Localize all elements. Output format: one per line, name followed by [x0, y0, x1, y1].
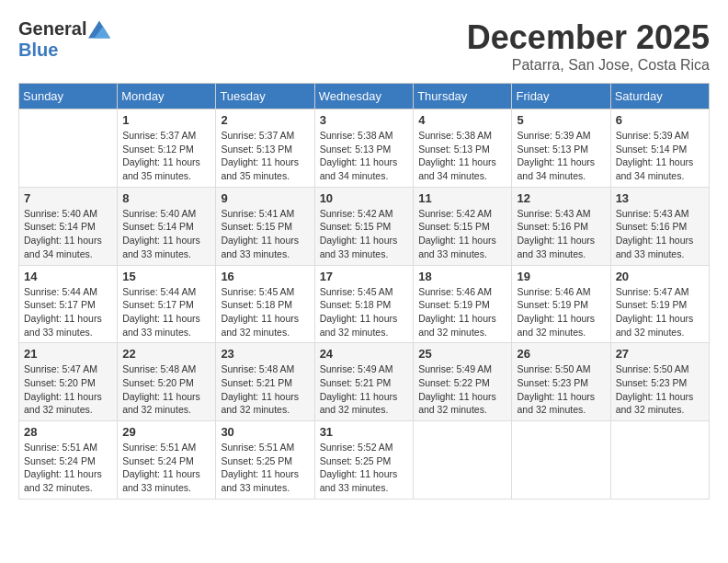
day-number: 20 [616, 270, 704, 283]
calendar-cell [512, 421, 610, 500]
calendar-cell: 5 Sunrise: 5:39 AMSunset: 5:13 PMDayligh… [512, 109, 610, 188]
day-number: 3 [320, 113, 409, 127]
calendar-cell: 3 Sunrise: 5:38 AMSunset: 5:13 PMDayligh… [314, 109, 414, 188]
calendar-cell: 31 Sunrise: 5:52 AMSunset: 5:25 PMDaylig… [314, 421, 414, 500]
calendar-cell: 14 Sunrise: 5:44 AMSunset: 5:17 PMDaylig… [19, 265, 118, 343]
calendar-cell: 21 Sunrise: 5:47 AMSunset: 5:20 PMDaylig… [19, 343, 118, 421]
day-info: Sunrise: 5:44 AMSunset: 5:17 PMDaylight:… [122, 285, 210, 339]
calendar-cell: 2 Sunrise: 5:37 AMSunset: 5:13 PMDayligh… [216, 109, 314, 188]
logo-blue-text: Blue [18, 40, 58, 61]
day-number: 1 [122, 113, 210, 127]
day-info: Sunrise: 5:48 AMSunset: 5:21 PMDaylight:… [221, 362, 309, 417]
calendar-cell: 20 Sunrise: 5:47 AMSunset: 5:19 PMDaylig… [610, 265, 709, 343]
day-info: Sunrise: 5:41 AMSunset: 5:15 PMDaylight:… [221, 207, 309, 261]
day-number: 2 [221, 113, 309, 127]
day-number: 10 [320, 191, 409, 205]
day-info: Sunrise: 5:51 AMSunset: 5:24 PMDaylight:… [122, 441, 210, 495]
calendar-cell [19, 109, 118, 188]
calendar-cell: 26 Sunrise: 5:50 AMSunset: 5:23 PMDaylig… [512, 343, 610, 421]
day-info: Sunrise: 5:50 AMSunset: 5:23 PMDaylight:… [517, 362, 605, 417]
calendar-cell: 15 Sunrise: 5:44 AMSunset: 5:17 PMDaylig… [118, 265, 216, 343]
calendar-cell: 30 Sunrise: 5:51 AMSunset: 5:25 PMDaylig… [216, 421, 314, 500]
day-info: Sunrise: 5:45 AMSunset: 5:18 PMDaylight:… [221, 285, 309, 339]
day-info: Sunrise: 5:51 AMSunset: 5:24 PMDaylight:… [24, 441, 112, 495]
logo: General Blue [18, 18, 110, 61]
day-number: 29 [122, 425, 210, 439]
day-number: 18 [418, 270, 506, 283]
calendar-cell: 22 Sunrise: 5:48 AMSunset: 5:20 PMDaylig… [118, 343, 216, 421]
weekday-header: Sunday [19, 84, 118, 109]
day-number: 25 [418, 347, 506, 361]
weekday-header: Monday [118, 84, 216, 109]
day-info: Sunrise: 5:37 AMSunset: 5:13 PMDaylight:… [221, 129, 309, 183]
day-number: 19 [517, 270, 605, 283]
weekday-header: Tuesday [216, 84, 314, 109]
day-info: Sunrise: 5:39 AMSunset: 5:13 PMDaylight:… [517, 129, 605, 183]
weekday-header: Friday [512, 84, 610, 109]
calendar-cell: 10 Sunrise: 5:42 AMSunset: 5:15 PMDaylig… [314, 187, 414, 265]
day-number: 21 [24, 347, 112, 361]
day-info: Sunrise: 5:38 AMSunset: 5:13 PMDaylight:… [320, 129, 409, 183]
calendar-cell: 28 Sunrise: 5:51 AMSunset: 5:24 PMDaylig… [19, 421, 118, 500]
day-number: 31 [320, 425, 409, 439]
day-number: 8 [122, 191, 210, 205]
day-number: 14 [24, 270, 112, 283]
calendar-cell: 18 Sunrise: 5:46 AMSunset: 5:19 PMDaylig… [414, 265, 512, 343]
calendar-cell: 1 Sunrise: 5:37 AMSunset: 5:12 PMDayligh… [118, 109, 216, 188]
day-info: Sunrise: 5:47 AMSunset: 5:19 PMDaylight:… [616, 285, 704, 339]
day-info: Sunrise: 5:43 AMSunset: 5:16 PMDaylight:… [517, 207, 605, 261]
weekday-header: Wednesday [314, 84, 414, 109]
day-info: Sunrise: 5:42 AMSunset: 5:15 PMDaylight:… [320, 207, 409, 261]
day-info: Sunrise: 5:42 AMSunset: 5:15 PMDaylight:… [418, 207, 506, 261]
day-info: Sunrise: 5:40 AMSunset: 5:14 PMDaylight:… [122, 207, 210, 261]
day-number: 13 [616, 191, 704, 205]
day-number: 26 [517, 347, 605, 361]
calendar-cell: 8 Sunrise: 5:40 AMSunset: 5:14 PMDayligh… [118, 187, 216, 265]
day-info: Sunrise: 5:47 AMSunset: 5:20 PMDaylight:… [24, 362, 112, 417]
day-info: Sunrise: 5:43 AMSunset: 5:16 PMDaylight:… [616, 207, 704, 261]
calendar-cell: 19 Sunrise: 5:46 AMSunset: 5:19 PMDaylig… [512, 265, 610, 343]
day-number: 30 [221, 425, 309, 439]
title-section: December 2025 Patarra, San Jose, Costa R… [467, 18, 710, 74]
day-number: 4 [418, 113, 506, 127]
calendar-week-row: 21 Sunrise: 5:47 AMSunset: 5:20 PMDaylig… [19, 343, 710, 421]
day-info: Sunrise: 5:48 AMSunset: 5:20 PMDaylight:… [122, 362, 210, 417]
calendar-week-row: 28 Sunrise: 5:51 AMSunset: 5:24 PMDaylig… [19, 421, 710, 500]
day-number: 24 [320, 347, 409, 361]
day-info: Sunrise: 5:49 AMSunset: 5:22 PMDaylight:… [418, 362, 506, 417]
day-number: 28 [24, 425, 112, 439]
day-number: 22 [122, 347, 210, 361]
weekday-header: Saturday [610, 84, 709, 109]
day-info: Sunrise: 5:46 AMSunset: 5:19 PMDaylight:… [517, 285, 605, 339]
day-info: Sunrise: 5:45 AMSunset: 5:18 PMDaylight:… [320, 285, 409, 339]
calendar-cell: 17 Sunrise: 5:45 AMSunset: 5:18 PMDaylig… [314, 265, 414, 343]
calendar-cell: 27 Sunrise: 5:50 AMSunset: 5:23 PMDaylig… [610, 343, 709, 421]
month-title: December 2025 [467, 18, 710, 57]
calendar-cell: 12 Sunrise: 5:43 AMSunset: 5:16 PMDaylig… [512, 187, 610, 265]
day-number: 17 [320, 270, 409, 283]
calendar-cell: 16 Sunrise: 5:45 AMSunset: 5:18 PMDaylig… [216, 265, 314, 343]
day-info: Sunrise: 5:40 AMSunset: 5:14 PMDaylight:… [24, 207, 112, 261]
day-number: 23 [221, 347, 309, 361]
day-number: 6 [616, 113, 704, 127]
calendar-cell: 24 Sunrise: 5:49 AMSunset: 5:21 PMDaylig… [314, 343, 414, 421]
calendar-cell [414, 421, 512, 500]
calendar-cell: 7 Sunrise: 5:40 AMSunset: 5:14 PMDayligh… [19, 187, 118, 265]
day-number: 11 [418, 191, 506, 205]
day-number: 12 [517, 191, 605, 205]
day-info: Sunrise: 5:50 AMSunset: 5:23 PMDaylight:… [616, 362, 704, 417]
day-number: 16 [221, 270, 309, 283]
day-info: Sunrise: 5:52 AMSunset: 5:25 PMDaylight:… [320, 441, 409, 495]
day-info: Sunrise: 5:39 AMSunset: 5:14 PMDaylight:… [616, 129, 704, 183]
day-number: 7 [24, 191, 112, 205]
location-text: Patarra, San Jose, Costa Rica [467, 57, 710, 74]
logo-general-text: General [18, 18, 86, 40]
logo-icon [88, 20, 110, 39]
day-info: Sunrise: 5:46 AMSunset: 5:19 PMDaylight:… [418, 285, 506, 339]
day-number: 9 [221, 191, 309, 205]
calendar-header-row: SundayMondayTuesdayWednesdayThursdayFrid… [19, 84, 710, 109]
day-info: Sunrise: 5:38 AMSunset: 5:13 PMDaylight:… [418, 129, 506, 183]
calendar-cell: 25 Sunrise: 5:49 AMSunset: 5:22 PMDaylig… [414, 343, 512, 421]
calendar-cell: 9 Sunrise: 5:41 AMSunset: 5:15 PMDayligh… [216, 187, 314, 265]
calendar-cell: 29 Sunrise: 5:51 AMSunset: 5:24 PMDaylig… [118, 421, 216, 500]
